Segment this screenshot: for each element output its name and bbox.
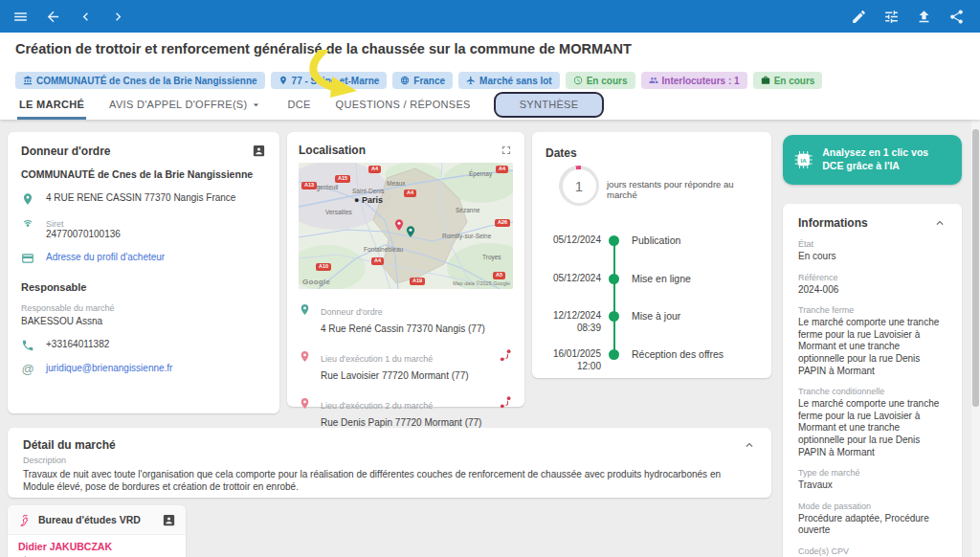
- back-button[interactable]: [42, 6, 63, 27]
- timeline-date: 05/12/2024: [532, 234, 601, 245]
- organization-address: 4 RUE RENE CASSIN 77370 Nangis France: [46, 192, 235, 203]
- menu-button[interactable]: [10, 6, 31, 27]
- route-icon[interactable]: [499, 348, 513, 363]
- contact-card-icon[interactable]: [162, 513, 176, 527]
- map-pin-teal[interactable]: [404, 225, 417, 238]
- info-field-type-marche: Type de marchéTravaux: [798, 468, 947, 492]
- info-field-tranche-ferme: Tranche fermeLe marché comporte une tran…: [798, 305, 947, 377]
- buyer-profile-link[interactable]: Adresse du profil d'acheteur: [46, 252, 165, 262]
- pen-icon: [851, 9, 867, 25]
- tab-le-marche[interactable]: LE MARCHÉ: [17, 92, 86, 120]
- card-link-icon: [21, 252, 34, 265]
- tab-questions-reponses[interactable]: QUESTIONS / RÉPONSES: [334, 92, 473, 120]
- timeline-dot: [609, 235, 619, 246]
- chip-row: COMMUNAUTÉ de Cnes de la Brie Nangissien…: [15, 72, 822, 89]
- chip-lot[interactable]: Marché sans lot: [458, 72, 560, 89]
- page-header: Création de trottoir et renforcement gén…: [0, 33, 980, 120]
- map-label-saint-denis: Saint-Denis: [352, 188, 385, 194]
- svg-text:IA: IA: [801, 157, 808, 164]
- people-icon: [649, 76, 658, 85]
- tab-dce[interactable]: DCE: [285, 92, 312, 120]
- upload-button[interactable]: [913, 6, 934, 27]
- location-pin-icon: [21, 192, 34, 206]
- loc-entry-donneur: Donneur d'ordre4 Rue René Cassin 77370 N…: [299, 301, 513, 336]
- chevron-up-icon[interactable]: [933, 216, 947, 230]
- scrollbar-thumb[interactable]: [972, 129, 979, 407]
- map-label-troyes: Troyes: [482, 254, 501, 260]
- fullscreen-icon[interactable]: [500, 144, 513, 157]
- description-text: Travaux de nuit avec toute l'organisatio…: [23, 468, 750, 493]
- siret-label: Siret: [46, 219, 64, 229]
- informations-panel: Informations ÉtatEn cours Référence2024-…: [783, 204, 962, 557]
- responsable-heading: Responsable: [21, 281, 266, 293]
- chip-status-2[interactable]: En cours: [753, 72, 823, 89]
- siret-icon: [21, 218, 34, 232]
- road-badge: A4: [368, 166, 381, 173]
- chip-interlocuteurs[interactable]: Interlocuteurs : 1: [641, 72, 747, 89]
- responsable-email[interactable]: juridique@brienangissienne.fr: [46, 363, 172, 373]
- pin-icon: [278, 76, 288, 85]
- ai-analyze-button[interactable]: IA Analysez en 1 clic vos DCE grâce à l'…: [783, 135, 962, 185]
- road-badge: A13: [301, 182, 317, 189]
- at-icon: @: [21, 363, 34, 375]
- chip-country[interactable]: France: [392, 72, 453, 89]
- chip-status[interactable]: En cours: [566, 72, 635, 89]
- detail-marche-card: Détail du marché Description Travaux de …: [8, 428, 771, 498]
- road-badge: A15: [335, 175, 350, 183]
- ia-chip-icon: IA: [794, 146, 813, 173]
- next-button[interactable]: [107, 6, 128, 27]
- map-label-romilly: Romilly-sur-Seine: [442, 233, 491, 239]
- page-title: Création de trottoir et renforcement gén…: [15, 41, 632, 56]
- siret-block: Siret24770070100136: [46, 218, 121, 239]
- bureau-body: Didier JAKUBCZAK Siret : 49113571100019: [8, 535, 186, 557]
- chip-organization[interactable]: COMMUNAUTÉ de Cnes de la Brie Nangissien…: [15, 72, 265, 89]
- timeline-time: 12:00: [532, 361, 601, 371]
- top-toolbar: [0, 0, 980, 33]
- chevron-left-icon: [78, 9, 94, 25]
- tab-bar: LE MARCHÉ AVIS D'APPEL D'OFFRE(S) DCE QU…: [17, 92, 604, 120]
- timeline-label: Mise en ligne: [632, 273, 691, 284]
- timeline-date: 16/01/2025: [532, 348, 601, 359]
- tab-synthese[interactable]: SYNTHÈSE: [494, 92, 605, 118]
- map-label-epernay: Épernay: [469, 170, 492, 177]
- map-label-sezanne: Sézanne: [456, 207, 480, 213]
- app-window: Création de trottoir et renforcement gén…: [0, 0, 980, 557]
- share-button[interactable]: [946, 6, 967, 27]
- map-label-meaux: Meaux: [387, 180, 406, 187]
- bureau-title: Bureau d'études VRD: [38, 514, 155, 525]
- arrow-back-icon: [45, 9, 61, 25]
- road-badge: A4: [371, 257, 384, 265]
- timeline-dot: [609, 311, 619, 322]
- chevron-up-icon[interactable]: [743, 438, 756, 452]
- description-label: Description: [23, 456, 756, 465]
- donneur-ordre-card: Donneur d'ordre COMMUNAUTÉ de Cnes de la…: [8, 132, 279, 413]
- dates-card: Dates 1 jours restants pour répondre au …: [532, 132, 771, 378]
- loc-entry-label: Donneur d'ordre: [321, 307, 383, 317]
- bank-icon: [23, 76, 33, 85]
- bureau-contact-name[interactable]: Didier JAKUBCZAK: [18, 541, 175, 552]
- chevron-right-icon: [110, 9, 126, 25]
- loc-entry-label: Lieu d'exécution 1 du marché: [321, 354, 433, 364]
- road-badge: A4: [496, 166, 508, 173]
- edit-button[interactable]: [848, 6, 869, 27]
- responsable-phone[interactable]: +33164011382: [46, 339, 109, 349]
- info-field-reference: Référence2024-006: [798, 273, 947, 297]
- rooster-icon: [17, 513, 32, 527]
- loc-entry-execution-2: Lieu d'exécution 2 du marchéRue Denis Pa…: [299, 395, 513, 430]
- tab-avis-appel-offres[interactable]: AVIS D'APPEL D'OFFRE(S): [107, 92, 264, 120]
- localisation-card: Localisation Argenteuil Saint-D: [287, 132, 524, 407]
- loc-entry-address: Rue Lavoisier 77720 Mormant (77): [321, 370, 469, 381]
- globe-icon: [400, 76, 410, 85]
- route-icon[interactable]: [499, 395, 513, 410]
- chip-department[interactable]: 77 - Seine-et-Marne: [271, 72, 388, 89]
- map-attribution: Map data ©2025 Google: [453, 280, 510, 286]
- caret-down-icon: [250, 99, 262, 111]
- prev-button[interactable]: [75, 6, 96, 27]
- vertical-scrollbar[interactable]: [971, 120, 980, 557]
- ai-banner-label: Analysez en 1 clic vos DCE grâce à l'IA: [822, 146, 950, 172]
- loc-entry-label: Lieu d'exécution 2 du marché: [321, 401, 433, 411]
- contact-card-icon[interactable]: [252, 144, 266, 158]
- filter-button[interactable]: [880, 6, 902, 27]
- map[interactable]: Argenteuil Saint-Denis ● Paris Versaille…: [299, 163, 513, 289]
- map-label-fontainebleau: Fontainebleau: [364, 246, 403, 253]
